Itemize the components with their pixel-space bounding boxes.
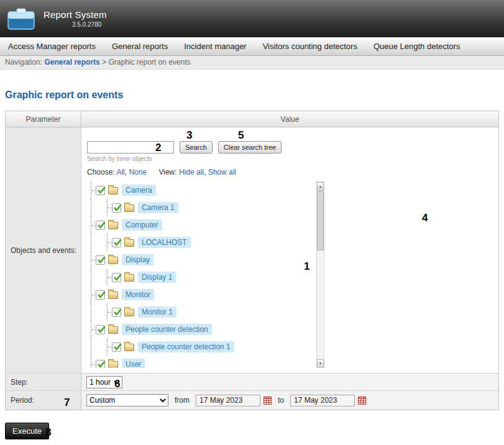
checkbox-display[interactable] (96, 255, 105, 265)
tree-node-people-counter-detection[interactable]: People counter detection (87, 321, 316, 338)
objects-tree: Camera Camera 1 (87, 181, 324, 368)
tree-trunk (87, 268, 103, 286)
checkmark-icon (112, 203, 122, 213)
search-button[interactable]: Search (180, 141, 213, 154)
comma: , (204, 168, 206, 177)
choose-view-line: Choose: All, None View: Hide all, Show a… (87, 168, 492, 177)
checkbox-monitor-1[interactable] (112, 308, 121, 317)
checkbox-camera-1[interactable] (112, 203, 121, 213)
callout-8: 8 (45, 427, 51, 438)
tree-node-label[interactable]: Camera (122, 185, 156, 196)
to-calendar-icon[interactable] (358, 397, 366, 405)
folder-icon (124, 204, 134, 212)
callout-4: 4 (422, 213, 428, 223)
tree-node-monitor-1[interactable]: Monitor 1 (87, 303, 316, 321)
menu-queue-length-detectors[interactable]: Queue Length detectors (365, 37, 469, 55)
clear-search-tree-button[interactable]: Clear search tree (218, 141, 282, 154)
tree-node-label[interactable]: Display 1 (138, 272, 176, 283)
tree-node-label[interactable]: Computer (122, 219, 162, 231)
tree-connector (87, 356, 96, 368)
tree-node-label[interactable]: LOCALHOST (138, 237, 191, 248)
checkbox-user[interactable] (96, 360, 105, 369)
checkbox-people-counter-detection-1[interactable] (112, 342, 121, 352)
tree-node-people-counter-detection-1[interactable]: People counter detection 1 (87, 338, 316, 356)
callout-3: 3 (186, 130, 192, 140)
checkmark-icon (96, 220, 106, 230)
execute-button[interactable]: Execute (5, 423, 49, 439)
checkbox-localhost[interactable] (112, 238, 121, 247)
from-label: from (175, 396, 190, 405)
from-date-input[interactable] (196, 395, 260, 406)
tree-node-label[interactable]: User (122, 359, 145, 368)
checkmark-icon (112, 307, 122, 317)
tree-node-user[interactable]: User (87, 356, 316, 368)
tree-node-localhost[interactable]: LOCALHOST (87, 234, 316, 251)
parameters-table: Parameter Value Objects and events: Sear… (5, 111, 499, 410)
column-header-parameter: Parameter (6, 111, 81, 127)
menu-visitors-counting-detectors[interactable]: Visitors counting detectors (255, 37, 365, 55)
breadcrumb-general-reports-link[interactable]: General reports (44, 58, 99, 67)
app-logo-briefcase-icon (6, 6, 36, 32)
tree-node-display[interactable]: Display (87, 251, 316, 268)
choose-none-link[interactable]: None (129, 168, 147, 177)
folder-icon (124, 344, 134, 351)
tree-scrollbar[interactable]: ▲ ▼ (316, 181, 324, 368)
folder-icon (108, 291, 118, 299)
view-label: View: (158, 168, 176, 177)
from-calendar-icon[interactable] (263, 397, 272, 405)
to-date-input[interactable] (290, 395, 355, 406)
tree-node-camera-1[interactable]: Camera 1 (87, 199, 316, 216)
scroll-up-button[interactable]: ▲ (317, 182, 324, 190)
tree-node-computer[interactable]: Computer (87, 216, 316, 234)
callout-7: 7 (64, 397, 70, 408)
tree-connector (103, 234, 112, 251)
step-row: Step: 1 hour (6, 374, 498, 391)
checkbox-monitor[interactable] (96, 290, 105, 300)
choose-all-link[interactable]: All (116, 168, 124, 177)
tree-trunk (87, 338, 103, 356)
menu-access-manager-reports[interactable]: Access Manager reports (0, 37, 104, 55)
tree-node-label[interactable]: Monitor (122, 289, 154, 300)
tree-connector (103, 338, 112, 356)
view-show-all-link[interactable]: Show all (208, 168, 236, 177)
tree-node-display-1[interactable]: Display 1 (87, 268, 316, 286)
tree-node-camera[interactable]: Camera (87, 181, 316, 199)
breadcrumb-current: Graphic report on events (108, 58, 190, 67)
tree-trunk (87, 234, 103, 251)
folder-icon (108, 187, 118, 195)
period-select[interactable]: Custom (86, 394, 168, 406)
scrollbar-thumb[interactable] (317, 191, 324, 250)
menu-incident-manager[interactable]: Incident manager (176, 37, 254, 55)
tree-node-label[interactable]: People counter detection (122, 324, 212, 335)
tree-connector (87, 216, 96, 234)
callout-6: 6 (114, 378, 120, 389)
callout-2: 2 (155, 142, 161, 153)
tree-node-label[interactable]: Display (122, 254, 153, 265)
checkmark-icon (96, 255, 106, 265)
tree-node-label[interactable]: People counter detection 1 (138, 341, 234, 352)
checkbox-people-counter-detection[interactable] (96, 325, 105, 334)
view-hide-all-link[interactable]: Hide all (179, 168, 204, 177)
checkbox-computer[interactable] (96, 221, 105, 230)
period-value-cell: Custom from to (81, 391, 498, 410)
objects-and-events-label: Objects and events: (6, 127, 81, 373)
menu-general-reports[interactable]: General reports (104, 37, 176, 55)
tree-node-monitor[interactable]: Monitor (87, 286, 316, 303)
comma: , (125, 168, 127, 177)
checkbox-display-1[interactable] (112, 273, 121, 282)
folder-icon (124, 274, 134, 282)
folder-icon (108, 361, 118, 368)
folder-icon (124, 239, 134, 247)
checkbox-camera[interactable] (96, 186, 105, 195)
tree-node-label[interactable]: Monitor 1 (138, 306, 176, 318)
scroll-down-button[interactable]: ▼ (317, 359, 324, 367)
tree-trunk (87, 199, 103, 216)
tree-connector (103, 199, 112, 216)
search-line: Search Clear search tree (87, 141, 492, 154)
checkmark-icon (96, 359, 106, 369)
tree-node-label[interactable]: Camera 1 (138, 202, 178, 213)
tree-connector (103, 303, 112, 321)
checkmark-icon (112, 237, 122, 247)
app-title-block: Report System 3.5.0.2780 (44, 9, 107, 28)
tree-connector (87, 251, 96, 268)
